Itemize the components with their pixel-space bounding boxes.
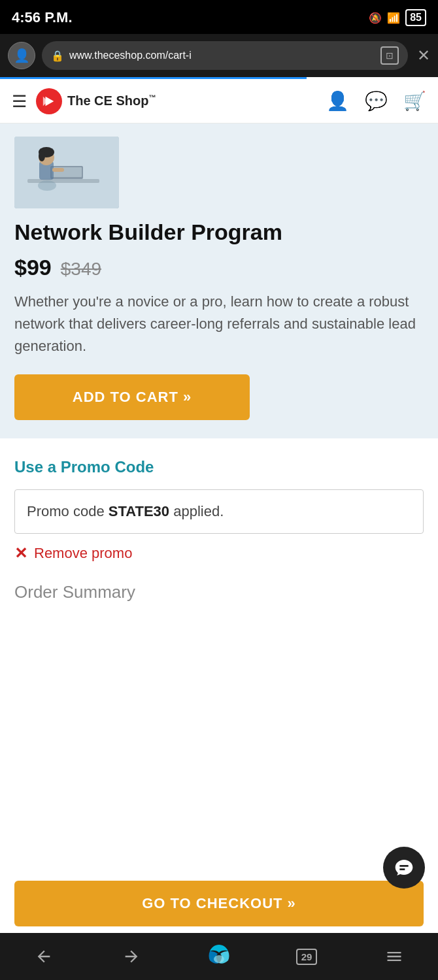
promo-section-title[interactable]: Use a Promo Code xyxy=(14,458,424,476)
forward-arrow-icon xyxy=(122,947,141,966)
status-bar: 4:56 P.M. 🔕 📶 85 xyxy=(0,0,438,34)
remove-promo-button[interactable]: Remove promo xyxy=(34,545,132,562)
reader-icon: ⊡ xyxy=(386,50,394,61)
svg-rect-11 xyxy=(52,168,64,172)
price-current: $99 xyxy=(14,255,52,280)
cart-icon[interactable]: 🛒 xyxy=(403,90,426,112)
product-description: Whether you're a novice or a pro, learn … xyxy=(14,291,424,357)
menu-icon xyxy=(385,947,403,966)
play-icon xyxy=(42,94,56,108)
svg-point-10 xyxy=(39,151,45,161)
url-text: www.theceshop.com/cart-i xyxy=(69,50,375,61)
remove-x-icon: ✕ xyxy=(14,544,27,563)
price-row: $99 $349 xyxy=(14,255,424,280)
battery-indicator: 85 xyxy=(405,9,426,26)
menu-button[interactable] xyxy=(375,937,414,976)
add-to-cart-button[interactable]: ADD TO CART » xyxy=(14,374,250,420)
logo-container[interactable]: The CE Shop™ xyxy=(36,88,156,114)
account-icon[interactable]: 👤 xyxy=(326,90,349,112)
svg-point-12 xyxy=(214,955,224,963)
promo-section: Use a Promo Code Promo code STATE30 appl… xyxy=(0,438,438,563)
wifi-icon: 📶 xyxy=(387,12,400,24)
logo-text: The CE Shop™ xyxy=(67,93,156,108)
close-tab-button[interactable]: ✕ xyxy=(417,46,430,65)
remove-promo-row: ✕ Remove promo xyxy=(14,544,424,563)
bottom-nav: 29 xyxy=(0,933,438,980)
status-time: 4:56 P.M. xyxy=(12,9,73,26)
product-image-svg xyxy=(14,137,119,208)
chat-bubble-icon xyxy=(394,857,414,878)
browser-logo-button[interactable] xyxy=(199,937,239,976)
chat-icon[interactable]: 💬 xyxy=(365,90,388,112)
forward-button[interactable] xyxy=(112,937,151,976)
promo-input[interactable]: Promo code STATE30 applied. xyxy=(14,489,424,534)
browser-bar: 👤 🔒 www.theceshop.com/cart-i ⊡ ✕ xyxy=(0,34,438,77)
tab-count-badge: 29 xyxy=(296,949,318,965)
product-card: Network Builder Program $99 $349 Whether… xyxy=(0,123,438,438)
browser-avatar[interactable]: 👤 xyxy=(8,42,35,69)
order-summary-section: Order Summary xyxy=(0,582,438,681)
logo-icon xyxy=(36,88,62,114)
price-original: $349 xyxy=(61,259,101,280)
product-title: Network Builder Program xyxy=(14,219,424,246)
product-image xyxy=(14,137,119,208)
hamburger-menu-button[interactable]: ☰ xyxy=(12,93,27,110)
back-button[interactable] xyxy=(24,937,63,976)
order-summary-title: Order Summary xyxy=(14,582,424,602)
svg-point-6 xyxy=(38,180,56,191)
status-icons: 🔕 📶 85 xyxy=(369,9,426,26)
back-arrow-icon xyxy=(35,947,53,966)
lock-icon: 🔒 xyxy=(51,50,64,62)
chat-bubble-button[interactable] xyxy=(383,847,425,889)
url-bar[interactable]: 🔒 www.theceshop.com/cart-i ⊡ xyxy=(42,41,408,70)
go-to-checkout-button[interactable]: GO TO CHECKOUT » xyxy=(14,881,424,926)
checkout-bar: GO TO CHECKOUT » xyxy=(0,874,438,933)
avatar-icon: 👤 xyxy=(14,48,30,63)
svg-rect-3 xyxy=(27,179,99,183)
nav-header: ☰ The CE Shop™ 👤 💬 🛒 xyxy=(0,79,438,123)
tab-reader-icon[interactable]: ⊡ xyxy=(380,46,399,65)
tab-count-button[interactable]: 29 xyxy=(287,937,326,976)
mute-icon: 🔕 xyxy=(369,12,382,24)
browser-logo-icon xyxy=(205,942,233,971)
